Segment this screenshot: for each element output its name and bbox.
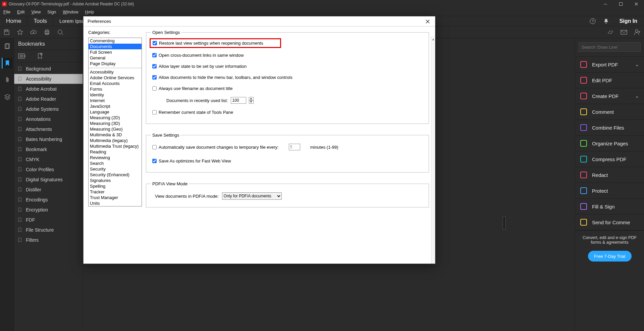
category-item[interactable]: Documents [89, 44, 142, 49]
bookmark-item[interactable]: Distiller [14, 185, 83, 195]
category-item[interactable]: Internet [89, 98, 142, 103]
cloud-icon[interactable] [27, 26, 40, 38]
zoom-icon[interactable] [54, 26, 67, 38]
bookmark-item[interactable]: Adobe Reader [14, 94, 83, 104]
bookmark-item[interactable]: CMYK [14, 154, 83, 164]
category-item[interactable]: Trust Manager [89, 195, 142, 200]
bookmark-item[interactable]: Adobe Acrobat [14, 84, 83, 94]
category-item[interactable]: Forms [89, 86, 142, 92]
bookmark-item[interactable]: Bookmark [14, 144, 83, 154]
hide-menubar-checkbox[interactable]: Allow documents to hide the menu bar, to… [152, 75, 423, 80]
category-item[interactable]: Multimedia & 3D [89, 132, 142, 138]
bookmark-item[interactable]: Bates Numbering [14, 134, 83, 144]
close-button[interactable] [629, 0, 644, 8]
category-item[interactable]: Security (Enhanced) [89, 172, 142, 178]
bookmark-item[interactable]: Filters [14, 235, 83, 245]
bookmark-item[interactable]: Adobe Systems [14, 104, 83, 114]
auto-save-checkbox[interactable]: Automatically save document changes to t… [152, 145, 279, 150]
category-item[interactable]: Measuring (2D) [89, 115, 142, 121]
menu-window[interactable]: Window [59, 9, 82, 15]
recent-list-spinner[interactable]: ▲▼ [249, 97, 254, 104]
tool-item[interactable]: Export PDF⌄ [575, 57, 644, 73]
category-item[interactable]: Email Accounts [89, 81, 142, 86]
auto-save-minutes-input[interactable] [289, 144, 300, 150]
thumbnails-icon[interactable] [2, 41, 12, 52]
minimize-button[interactable] [598, 0, 613, 8]
category-item[interactable]: Commenting [89, 38, 142, 44]
tool-item[interactable]: Send for Comme [575, 215, 644, 230]
category-item[interactable]: Language [89, 109, 142, 115]
link-icon[interactable] [604, 26, 617, 38]
menu-edit[interactable]: Edit [14, 9, 28, 15]
category-item[interactable]: Spelling [89, 183, 142, 189]
tool-item[interactable]: Comment [575, 104, 644, 120]
category-item[interactable]: Measuring (3D) [89, 121, 142, 126]
bookmark-item[interactable]: Background [14, 64, 83, 74]
tool-item[interactable]: Create PDF⌄ [575, 88, 644, 104]
category-item[interactable]: Multimedia Trust (legacy) [89, 143, 142, 149]
filename-as-title-checkbox[interactable]: Always use filename as document title [152, 86, 423, 91]
category-item[interactable]: General [89, 55, 142, 61]
menu-view[interactable]: View [28, 9, 44, 15]
bookmark-item[interactable]: Digital Signatures [14, 175, 83, 185]
category-item[interactable]: Search [89, 160, 142, 166]
category-item[interactable]: Multimedia (legacy) [89, 138, 142, 143]
bell-icon[interactable] [599, 16, 613, 26]
bookmark-item[interactable]: Accessibility [14, 74, 83, 84]
print-icon[interactable] [40, 26, 54, 38]
menu-help[interactable]: Help [82, 9, 98, 15]
category-item[interactable]: Identity [89, 92, 142, 98]
layers-icon[interactable] [2, 91, 12, 102]
help-icon[interactable]: ? [586, 16, 599, 26]
category-item[interactable]: Reading [89, 149, 142, 155]
layer-state-checkbox[interactable]: Allow layer state to be set by user info… [152, 64, 423, 69]
tab-tools[interactable]: Tools [28, 16, 53, 26]
cross-document-links-checkbox[interactable]: Open cross-document links in same window [152, 53, 423, 58]
category-item[interactable]: Tracker [89, 189, 142, 195]
scroll-up-icon[interactable]: ▴ [431, 37, 435, 41]
category-item[interactable]: Adobe Online Services [89, 75, 142, 81]
signin-button[interactable]: Sign In [613, 16, 644, 26]
tool-item[interactable]: Protect [575, 183, 644, 199]
maximize-button[interactable] [613, 0, 629, 8]
bookmark-item[interactable]: Encodings [14, 195, 83, 205]
recent-list-input[interactable] [231, 97, 246, 104]
dialog-close-button[interactable] [423, 18, 432, 25]
menu-file[interactable]: File [0, 9, 14, 15]
category-item[interactable]: Measuring (Geo) [89, 126, 142, 132]
pdfa-select[interactable]: Only for PDF/A documents [222, 192, 282, 200]
star-icon[interactable] [13, 26, 27, 38]
bookmark-item[interactable]: File Structure [14, 225, 83, 235]
add-user-icon[interactable] [631, 26, 644, 38]
category-item[interactable]: Page Display [89, 61, 142, 66]
options-icon[interactable] [18, 53, 26, 59]
tool-item[interactable]: Redact [575, 167, 644, 183]
bookmark-item[interactable]: Color Profiles [14, 164, 83, 175]
fast-web-view-checkbox[interactable]: Save As optimizes for Fast Web View [152, 158, 423, 163]
category-item[interactable]: Units [89, 200, 142, 206]
tool-item[interactable]: Fill & Sign [575, 199, 644, 215]
search-input[interactable] [579, 42, 641, 52]
category-item[interactable]: Signatures [89, 178, 142, 183]
categories-list[interactable]: CommentingDocumentsFull ScreenGeneralPag… [88, 38, 142, 206]
bookmark-item[interactable]: Attachments [14, 124, 83, 134]
menu-sign[interactable]: Sign [44, 9, 59, 15]
free-trial-button[interactable]: Free 7-Day Trial [588, 251, 632, 262]
category-item[interactable]: Reviewing [89, 155, 142, 160]
category-item[interactable]: JavaScript [89, 103, 142, 109]
scrollbar-thumb[interactable] [503, 216, 505, 230]
mail-icon[interactable] [617, 26, 631, 38]
tab-home[interactable]: Home [0, 16, 28, 26]
bookmarks-icon[interactable] [2, 58, 12, 68]
restore-last-view-checkbox[interactable]: Restore last view settings when reopenin… [153, 41, 263, 46]
tool-item[interactable]: Compress PDF [575, 151, 644, 167]
tool-item[interactable]: Edit PDF [575, 73, 644, 88]
bookmark-item[interactable]: Encryption [14, 205, 83, 215]
bookmark-item[interactable]: Annotations [14, 114, 83, 124]
category-item[interactable]: Accessibility [89, 68, 142, 75]
tool-item[interactable]: Combine Files [575, 120, 644, 136]
tool-item[interactable]: Organize Pages [575, 136, 644, 151]
dialog-scrollbar[interactable]: ▴ [431, 37, 435, 264]
save-icon[interactable] [0, 26, 13, 38]
attachments-icon[interactable] [2, 75, 12, 85]
